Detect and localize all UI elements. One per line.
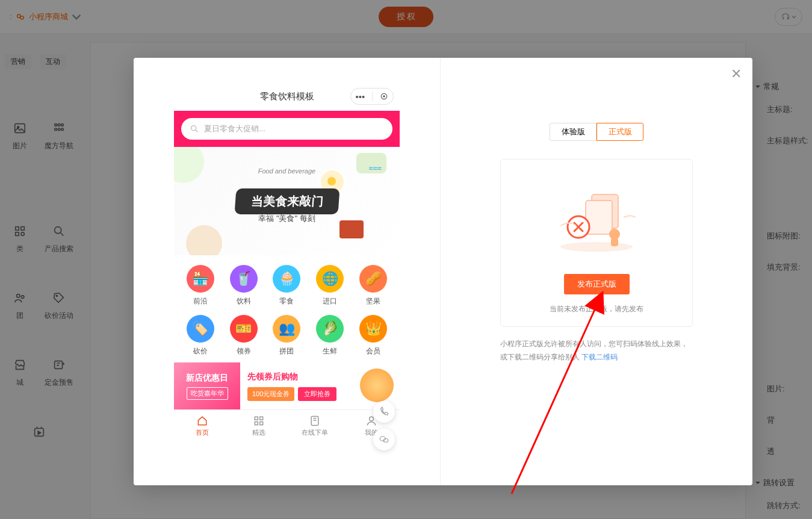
grab-coupon-button[interactable]: 立即抢券 [298, 387, 336, 401]
category-icon: 🧁 [273, 265, 300, 293]
svg-point-30 [370, 417, 374, 421]
svg-point-22 [191, 126, 196, 131]
banner-deco [339, 220, 364, 238]
category-item[interactable]: 👥拼团 [265, 315, 309, 356]
category-label: 领券 [237, 346, 251, 356]
category-icon: 🥤 [230, 265, 258, 293]
divider [372, 92, 373, 101]
category-label: 会员 [366, 346, 380, 356]
capsule-menu[interactable]: ••• [350, 88, 394, 105]
phone-header: 零食饮料模板 ••• [174, 82, 400, 111]
phone-title: 零食饮料模板 [260, 91, 314, 102]
category-label: 生鲜 [323, 346, 337, 356]
banner-subtitle-en: Food and beverage [258, 167, 315, 175]
category-item[interactable]: 🏪前沿 [179, 265, 222, 306]
coupon-chip: 100元现金券 [247, 387, 294, 401]
category-icon: 🎫 [230, 315, 258, 343]
category-item[interactable]: 🎫领券 [222, 315, 265, 356]
phone-preview: 零食饮料模板 ••• 夏日零食大促销... [174, 82, 400, 442]
float-phone-button[interactable] [373, 401, 395, 423]
category-label: 进口 [323, 296, 337, 306]
tab-trial-version[interactable]: 体验版 [550, 123, 597, 141]
svg-rect-29 [312, 417, 319, 426]
search-placeholder: 夏日零食大促销... [204, 123, 265, 134]
banner-headline: 当美食来敲门 [234, 188, 339, 214]
category-label: 砍价 [193, 346, 208, 356]
svg-rect-27 [255, 422, 258, 425]
search-icon [190, 124, 199, 134]
category-item[interactable]: 🥜坚果 [352, 265, 395, 306]
promo-left-title: 新店优惠日 [186, 373, 228, 384]
svg-rect-25 [255, 417, 258, 420]
svg-rect-28 [259, 422, 262, 425]
tab-label: 在线下单 [302, 428, 328, 437]
tab-label: 精选 [252, 428, 265, 437]
category-label: 饮料 [237, 296, 251, 306]
category-icon: 🌐 [316, 265, 344, 293]
category-label: 坚果 [366, 296, 380, 306]
tabbar-item[interactable]: 精选 [231, 410, 287, 442]
category-item[interactable]: 🥤饮料 [222, 265, 265, 306]
modal-preview-pane: 零食饮料模板 ••• 夏日零食大促销... [134, 58, 441, 485]
category-icon: 👑 [359, 315, 387, 343]
search-bar-wrap: 夏日零食大促销... [174, 111, 400, 147]
yolk-icon [327, 177, 336, 185]
hero-banner[interactable]: ≈≈≈ Food and beverage 当美食来敲门 幸福 "美食" 每刻 [174, 147, 400, 255]
publish-status-message: 当前未发布正式版，请先发布 [513, 304, 680, 314]
category-item[interactable]: 🏷️砍价 [179, 315, 222, 356]
tab-icon [309, 415, 321, 427]
category-icon: 🥬 [316, 315, 344, 343]
tabbar-item[interactable]: 在线下单 [287, 410, 344, 442]
phone-icon [379, 406, 389, 417]
category-item[interactable]: 🧁零食 [265, 265, 309, 306]
promo-right-card[interactable]: 先领券后购物 100元现金券 立即抢券 [240, 362, 400, 409]
banner-subtitle: 幸福 "美食" 每刻 [258, 213, 315, 224]
promo-right-title: 先领券后购物 [247, 371, 336, 382]
category-label: 前沿 [193, 296, 208, 306]
target-icon [380, 92, 388, 101]
wechat-icon [379, 434, 389, 445]
tab-icon [196, 415, 208, 427]
category-item[interactable]: 🌐进口 [308, 265, 352, 306]
more-icon: ••• [356, 92, 365, 102]
float-wechat-button[interactable] [373, 429, 395, 450]
tab-production-version[interactable]: 正式版 [597, 123, 643, 141]
category-item[interactable]: 🥬生鲜 [308, 315, 352, 356]
category-label: 零食 [279, 296, 294, 306]
promo-left-card[interactable]: 新店优惠日 吃货嘉年华 [174, 362, 240, 409]
svg-point-31 [560, 242, 633, 252]
empty-illustration [513, 178, 680, 262]
banner-deco [186, 225, 222, 255]
svg-point-21 [383, 95, 386, 98]
publish-card: 发布正式版 当前未发布正式版，请先发布 [500, 159, 693, 327]
category-icon: 👥 [273, 315, 300, 343]
tab-label: 首页 [196, 428, 209, 437]
category-icon: 🥜 [359, 265, 387, 293]
svg-rect-26 [259, 417, 262, 420]
category-label: 拼团 [279, 346, 294, 356]
publish-modal: 零食饮料模板 ••• 夏日零食大促销... [134, 58, 752, 485]
tabbar-item[interactable]: 首页 [174, 410, 231, 442]
svg-rect-36 [611, 238, 618, 246]
promo-row: 新店优惠日 吃货嘉年华 先领券后购物 100元现金券 立即抢券 [174, 362, 400, 409]
category-icon: 🏪 [187, 265, 214, 293]
version-toggle: 体验版 正式版 [457, 123, 736, 141]
category-grid: 🏪前沿🥤饮料🧁零食🌐进口🥜坚果🏷️砍价🎫领券👥拼团🥬生鲜👑会员 [174, 255, 400, 362]
banner-deco [174, 147, 204, 183]
promo-deco [360, 368, 394, 402]
download-qr-link[interactable]: 下载二维码 [581, 353, 618, 361]
category-item[interactable]: 👑会员 [352, 315, 395, 356]
tab-icon [253, 415, 265, 427]
category-icon: 🏷️ [187, 315, 214, 343]
publish-note: 小程序正式版允许被所有人访问，您可扫码体验线上效果，或下载二维码分享给别人 下载… [500, 338, 693, 364]
publish-button[interactable]: 发布正式版 [564, 274, 630, 294]
bottom-tabbar: 首页精选在线下单我的 [174, 409, 400, 442]
close-button[interactable]: ✕ [731, 66, 742, 82]
wave-icon: ≈≈≈ [369, 164, 382, 173]
modal-publish-pane: ✕ 体验版 正式版 发布正式版 当前未发布正式版，请先发布 [441, 58, 752, 485]
promo-left-chip: 吃货嘉年华 [187, 387, 228, 400]
search-input[interactable]: 夏日零食大促销... [181, 118, 392, 140]
